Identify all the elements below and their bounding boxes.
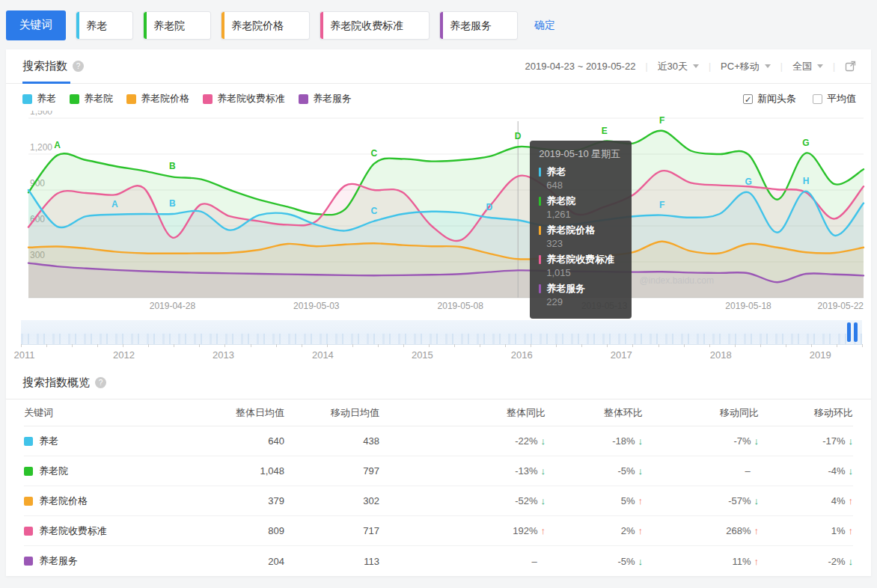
change-cell: 11%↑ [643,556,759,567]
overview-title: 搜索指数概览 [22,376,90,390]
keyword-input[interactable]: 养老服务 [439,11,518,40]
change-value: -18% [612,435,635,447]
legend-swatch [126,94,136,104]
change-value: 192% [513,525,537,536]
legend-item[interactable]: 养老 [22,92,56,105]
keyword-cell[interactable]: 养老服务 [24,554,187,568]
checkbox-unchecked[interactable]: ✓平均值 [813,92,856,105]
keyword-list: 养老养老院养老院价格养老院收费标准养老服务 [66,11,518,40]
x-axis-label: 2019-05-18 [725,301,771,311]
legend-item[interactable]: 养老服务 [299,92,352,105]
column-header: 移动同比 [643,406,759,420]
news-marker-H[interactable]: H [803,176,810,186]
legend-swatch [203,94,213,104]
table-row: 养老640438-22%↓-18%↓-7%↓-17%↓ [24,426,853,456]
keyword-input[interactable]: 养老院价格 [221,11,310,40]
chevron-down-icon [693,64,699,68]
news-marker-D[interactable]: D [486,202,492,212]
timeline-years: 201120122013201420152016201720182019 [21,346,862,364]
change-cell: -13%↓ [379,465,546,477]
news-marker-G[interactable]: G [745,177,751,187]
news-marker-F[interactable]: F [659,200,664,210]
news-marker-A[interactable]: A [111,199,118,209]
legend-item[interactable]: 养老院收费标准 [203,92,285,105]
keyword-input[interactable]: 养老院收费标准 [320,11,430,40]
keyword-label-button[interactable]: 关键词 [6,10,66,40]
change-cell: -18%↓ [546,435,643,447]
change-value: -22% [515,435,537,447]
arrow-down-icon: ↓ [849,435,854,447]
change-cell: 2%↑ [546,525,643,536]
slider-handle-left[interactable] [847,322,851,342]
keyword-input[interactable]: 养老 [76,11,133,40]
confirm-link[interactable]: 确定 [534,19,555,32]
timeline-year-label: 2019 [810,349,831,361]
chart-options: ✓新闻头条✓平均值 [727,92,856,105]
news-marker-F[interactable]: F [659,115,664,126]
avg-value-cell: 640 [187,435,284,447]
table-row: 养老院1,048797-13%↓-5%↓– -4%↓ [24,456,853,486]
arrow-up-icon: ↑ [849,525,854,536]
keyword-name: 养老院 [39,465,68,478]
keyword-swatch [24,497,33,506]
overview-table: 关键词整体日均值移动日均值整体同比整体环比移动同比移动环比养老640438-22… [24,399,853,576]
keyword-color-bar [440,12,443,39]
table-header-row: 关键词整体日均值移动日均值整体同比整体环比移动同比移动环比 [24,399,853,426]
change-cell: 1%↑ [759,525,853,536]
avg-value-cell: 113 [284,556,379,567]
trend-chart-svg: 3006009001,2001,500ABCDEFGABCDFGH [19,111,867,299]
region-dropdown[interactable]: 全国 [792,60,823,73]
news-marker-C[interactable]: C [370,206,377,216]
keyword-cell[interactable]: 养老院收费标准 [24,524,187,538]
news-marker-B[interactable]: B [169,198,176,209]
keyword-name: 养老 [39,435,58,448]
news-marker-E[interactable]: E [602,126,608,136]
news-marker-A[interactable]: A [54,140,61,150]
legend-swatch [22,94,32,104]
checkbox-checked[interactable]: ✓新闻头条 [743,92,796,105]
date-range-picker[interactable]: 2019-04-23 ~ 2019-05-22 [525,61,636,72]
checkbox-icon: ✓ [813,94,822,104]
timeline-year-label: 2011 [14,349,35,361]
change-value: 1% [831,525,846,536]
avg-value-cell: 438 [284,435,379,447]
keyword-input[interactable]: 养老院 [143,11,211,40]
avg-value-cell: 302 [284,495,379,506]
change-value: -5% [617,556,635,567]
external-link-icon[interactable] [845,61,856,72]
legend-item[interactable]: 养老院 [70,92,113,105]
svg-text:1,500: 1,500 [30,111,52,117]
news-marker-C[interactable]: C [370,148,377,159]
news-marker-G[interactable]: G [802,138,809,148]
time-range-dropdown[interactable]: 近30天 [658,60,699,73]
keyword-name: 养老院收费标准 [39,524,107,538]
avg-value-cell: 379 [187,495,284,506]
keyword-cell[interactable]: 养老院价格 [24,494,187,508]
avg-value-cell: 809 [187,525,284,536]
tab-search-index[interactable]: 搜索指数 [22,59,67,73]
help-icon[interactable]: ? [95,377,106,388]
change-value: 2% [621,525,635,536]
change-cell: 5%↑ [546,495,643,506]
keyword-cell[interactable]: 养老 [24,435,187,448]
change-cell: -2%↓ [759,556,853,567]
timeline-slider[interactable] [21,320,862,345]
keyword-cell[interactable]: 养老院 [24,465,187,478]
news-marker-B[interactable]: B [169,161,176,171]
checkbox-icon: ✓ [743,94,753,104]
avg-value-cell: 204 [187,556,284,567]
slider-handle-right[interactable] [854,322,858,342]
keyword-swatch [24,437,33,446]
column-header: 移动环比 [759,406,853,420]
help-icon[interactable]: ? [73,61,84,72]
column-header: 整体同比 [379,406,546,420]
avg-value-cell: 797 [284,465,379,477]
trend-chart[interactable]: 3006009001,2001,500ABCDEFGABCDFGH 2019-0… [19,111,871,299]
keyword-text: 养老院价格 [231,19,284,31]
news-marker-D[interactable]: D [515,131,522,141]
device-dropdown[interactable]: PC+移动 [721,60,771,73]
column-header: 移动日均值 [284,406,379,420]
keyword-color-bar [144,12,147,39]
legend-item[interactable]: 养老院价格 [126,92,189,105]
change-cell: -52%↓ [379,495,546,506]
